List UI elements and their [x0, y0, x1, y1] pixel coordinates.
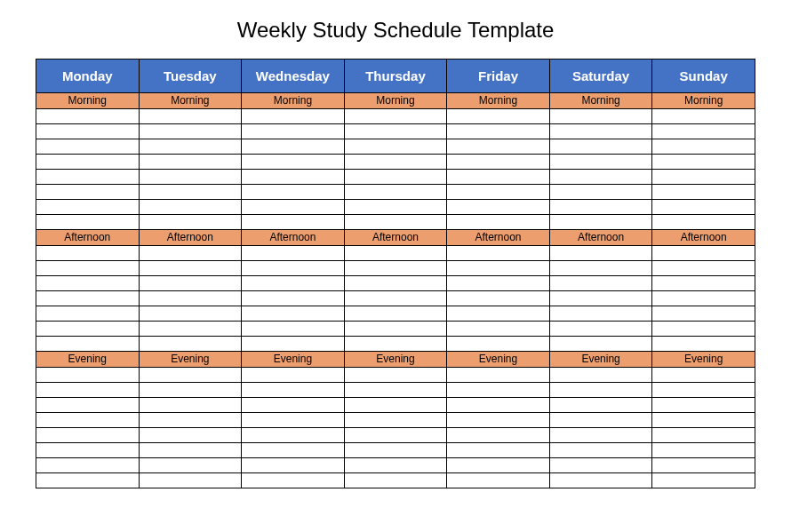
blank-cell	[344, 322, 447, 337]
blank-cell	[652, 443, 755, 458]
blank-cell	[36, 291, 140, 306]
blank-row	[36, 276, 755, 291]
blank-row	[36, 368, 755, 383]
blank-cell	[139, 306, 242, 322]
page-title: Weekly Study Schedule Template	[36, 18, 755, 43]
blank-cell	[242, 246, 345, 261]
blank-cell	[652, 215, 755, 230]
blank-cell	[344, 306, 447, 322]
blank-cell	[344, 276, 447, 291]
blank-row	[36, 443, 755, 458]
section-label-morning: Morning	[36, 93, 140, 109]
blank-cell	[36, 473, 140, 488]
blank-row	[36, 428, 755, 443]
blank-cell	[36, 428, 140, 443]
blank-cell	[36, 276, 140, 291]
blank-row	[36, 185, 755, 200]
blank-cell	[652, 368, 755, 383]
blank-cell	[549, 291, 652, 306]
blank-cell	[447, 443, 550, 458]
blank-cell	[549, 139, 652, 155]
blank-cell	[549, 306, 652, 322]
blank-cell	[652, 322, 755, 337]
blank-cell	[242, 139, 345, 155]
blank-cell	[139, 383, 242, 398]
section-label-afternoon: Afternoon	[652, 230, 755, 246]
blank-cell	[139, 443, 242, 458]
blank-cell	[344, 291, 447, 306]
blank-row	[36, 413, 755, 428]
blank-cell	[344, 124, 447, 139]
blank-cell	[549, 458, 652, 473]
blank-cell	[344, 443, 447, 458]
blank-cell	[344, 261, 447, 276]
blank-cell	[344, 109, 447, 124]
blank-cell	[447, 124, 550, 139]
blank-cell	[139, 322, 242, 337]
blank-cell	[36, 458, 140, 473]
blank-cell	[549, 276, 652, 291]
blank-cell	[344, 368, 447, 383]
blank-cell	[139, 398, 242, 413]
blank-cell	[139, 337, 242, 352]
blank-cell	[344, 200, 447, 215]
blank-cell	[36, 246, 140, 261]
blank-cell	[242, 473, 345, 488]
blank-row	[36, 261, 755, 276]
blank-cell	[652, 185, 755, 200]
blank-cell	[652, 337, 755, 352]
blank-cell	[139, 458, 242, 473]
header-monday: Monday	[36, 60, 140, 93]
blank-row	[36, 306, 755, 322]
blank-cell	[139, 124, 242, 139]
blank-cell	[242, 276, 345, 291]
blank-cell	[36, 170, 140, 185]
blank-cell	[447, 200, 550, 215]
blank-cell	[652, 200, 755, 215]
blank-row	[36, 170, 755, 185]
section-label-morning: Morning	[242, 93, 345, 109]
header-tuesday: Tuesday	[139, 60, 242, 93]
blank-cell	[242, 383, 345, 398]
blank-cell	[549, 109, 652, 124]
blank-cell	[36, 322, 140, 337]
blank-cell	[139, 368, 242, 383]
blank-cell	[139, 246, 242, 261]
blank-cell	[36, 413, 140, 428]
blank-cell	[344, 246, 447, 261]
blank-cell	[652, 291, 755, 306]
blank-cell	[242, 443, 345, 458]
blank-cell	[139, 200, 242, 215]
blank-cell	[36, 109, 140, 124]
blank-cell	[139, 413, 242, 428]
blank-cell	[447, 291, 550, 306]
blank-cell	[36, 443, 140, 458]
blank-cell	[447, 428, 550, 443]
blank-cell	[447, 337, 550, 352]
blank-cell	[242, 322, 345, 337]
section-label-evening: Evening	[344, 352, 447, 368]
blank-cell	[344, 398, 447, 413]
blank-cell	[139, 215, 242, 230]
header-sunday: Sunday	[652, 60, 755, 93]
blank-cell	[447, 185, 550, 200]
blank-cell	[549, 443, 652, 458]
blank-cell	[242, 155, 345, 170]
blank-cell	[652, 124, 755, 139]
blank-cell	[344, 337, 447, 352]
blank-cell	[549, 337, 652, 352]
blank-cell	[447, 109, 550, 124]
blank-cell	[344, 458, 447, 473]
blank-cell	[549, 185, 652, 200]
blank-cell	[447, 398, 550, 413]
blank-cell	[36, 368, 140, 383]
blank-cell	[549, 215, 652, 230]
blank-cell	[36, 383, 140, 398]
section-row-morning: MorningMorningMorningMorningMorningMorni…	[36, 93, 755, 109]
blank-cell	[549, 383, 652, 398]
section-label-evening: Evening	[242, 352, 345, 368]
blank-cell	[447, 215, 550, 230]
blank-cell	[36, 215, 140, 230]
blank-cell	[242, 428, 345, 443]
blank-row	[36, 155, 755, 170]
